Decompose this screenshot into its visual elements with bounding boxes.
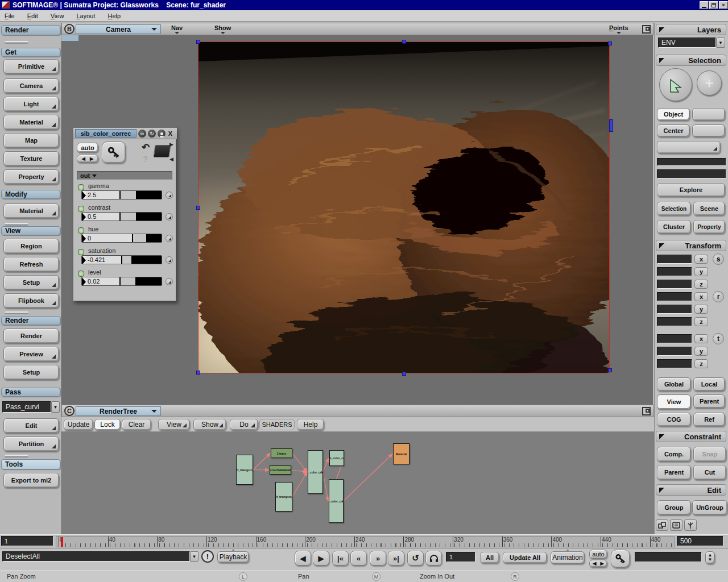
parent-mode-button[interactable]: Parent <box>693 394 725 408</box>
next-key-icon[interactable]: ▶ <box>601 561 604 566</box>
local-button[interactable]: Local <box>693 377 725 391</box>
layer-dropdown-icon[interactable]: ▼ <box>716 38 725 48</box>
key-button[interactable] <box>102 142 126 163</box>
get-material-button[interactable]: Material <box>3 115 59 130</box>
rt-show-menu[interactable]: Show <box>193 419 226 430</box>
spinner-buttons[interactable]: ▲▼ <box>705 551 715 564</box>
go-to-start-button[interactable]: |« <box>332 551 349 566</box>
slider-options-button[interactable] <box>166 235 173 242</box>
view-setup-button[interactable]: Setup <box>3 275 59 290</box>
render-render-button[interactable]: Render <box>3 329 59 343</box>
panel-header-layers[interactable]: Layers <box>656 24 726 35</box>
select-center-button[interactable]: Center <box>657 124 690 137</box>
menu-layout[interactable]: Layout <box>76 13 95 19</box>
close-button[interactable]: × <box>719 1 728 9</box>
slider-track[interactable]: -0.421 <box>81 255 162 264</box>
get-map-button[interactable]: Map <box>3 133 59 148</box>
section-header-get[interactable]: Get <box>1 48 60 57</box>
property-button[interactable]: Property <box>693 220 725 234</box>
key-prev-next-buttons[interactable]: ◀▶ <box>589 560 607 567</box>
get-camera-button[interactable]: Camera <box>3 78 59 93</box>
shader-node-2-trans[interactable]: 2 trans <box>271 448 292 458</box>
folder-icon[interactable] <box>153 145 171 157</box>
shader-node-a2t-triangsrcpl[interactable]: a2t_triangsrcpl <box>236 455 253 485</box>
prev-icon[interactable]: ◀ <box>82 156 85 161</box>
dialog-close-icon[interactable]: X <box>167 130 174 138</box>
explore-scene-button[interactable]: Scene <box>693 202 725 215</box>
get-texture-button[interactable]: Texture <box>3 151 59 166</box>
shader-node-fb-color-co[interactable]: fb_color_co <box>329 450 344 466</box>
slider-value[interactable]: 0.5 <box>86 213 119 221</box>
scale-z-button[interactable]: z <box>694 280 708 289</box>
constraint-snap-button[interactable]: Snap <box>693 447 726 462</box>
explore-selection-button[interactable]: Selection <box>657 202 691 215</box>
audio-button[interactable] <box>425 551 442 566</box>
maximize-button[interactable] <box>709 1 718 9</box>
timeline-end-field[interactable]: 500 <box>677 536 723 546</box>
section-header-modify[interactable]: Modify <box>1 190 60 199</box>
playback-menu-button[interactable]: Playback <box>217 551 249 563</box>
get-light-button[interactable]: Light <box>3 97 59 111</box>
translate-x-button[interactable]: x <box>694 334 708 343</box>
rotate-z-field[interactable] <box>657 317 692 326</box>
shader-node-fb-color-crk-2[interactable]: fb_color_crk.2 <box>308 450 323 494</box>
selection-handle[interactable] <box>196 206 200 210</box>
selection-filter-field[interactable] <box>657 141 721 153</box>
group-button[interactable]: Group <box>657 500 691 515</box>
pass-select-dropdown-icon[interactable]: ▼ <box>51 401 60 413</box>
step-forward-button[interactable]: ▶ <box>313 551 329 566</box>
menu-view[interactable]: View <box>51 13 64 19</box>
command-field[interactable]: DeselectAll <box>2 551 190 562</box>
color-correct-dialog[interactable]: sib_color_correc ∞ ↻ X auto ◀▶ ↶ ? ▶ ◀ o… <box>73 127 176 301</box>
render-setup-button[interactable]: Setup <box>3 365 59 380</box>
global-button[interactable]: Global <box>657 377 691 391</box>
render-preview-button[interactable]: Preview <box>3 347 59 361</box>
translate-x-field[interactable] <box>657 334 692 343</box>
slider-value[interactable]: 2.5 <box>86 191 119 199</box>
get-property-button[interactable]: Property <box>3 169 59 184</box>
prev-key-icon[interactable]: ◀ <box>593 561 596 566</box>
undo-icon[interactable]: ↶ <box>142 142 150 153</box>
shader-node-crotchhairlamb[interactable]: crotchHairlamb <box>270 465 291 475</box>
viewport-resize-icon[interactable] <box>642 25 651 34</box>
selection-text-field[interactable] <box>657 158 726 166</box>
current-frame-field[interactable]: 1 <box>446 552 475 562</box>
schematic-icon[interactable] <box>656 519 668 531</box>
play-forward-button[interactable]: » <box>370 551 386 566</box>
scale-mode-button[interactable]: s <box>713 253 724 265</box>
selection-handle[interactable] <box>196 371 200 375</box>
slider-options-button[interactable] <box>166 213 173 221</box>
playhead[interactable] <box>61 537 63 547</box>
slider-track[interactable]: 0.02 <box>81 277 162 286</box>
add-selection-button[interactable]: + <box>697 70 722 95</box>
save-arrow-icon[interactable]: ◀ <box>169 156 173 162</box>
ungroup-button[interactable]: UnGroup <box>692 500 727 515</box>
view-region-button[interactable]: Region <box>3 239 59 253</box>
selection-handle[interactable] <box>196 40 200 44</box>
animatable-led[interactable] <box>78 206 84 212</box>
next-icon[interactable]: ▶ <box>90 156 93 161</box>
rt-clear-button[interactable]: Clear <box>122 419 151 430</box>
rendertree-view-select[interactable]: RenderTree <box>76 406 161 416</box>
animatable-led[interactable] <box>78 271 84 277</box>
constraint-comp-button[interactable]: Comp. <box>657 447 691 462</box>
panel-header-selection[interactable]: Selection <box>656 55 726 66</box>
select-tool-button[interactable] <box>659 68 692 101</box>
prev-next-buttons[interactable]: ◀▶ <box>77 155 98 163</box>
panel-header-transform[interactable]: Transform <box>656 240 726 251</box>
modify-material-button[interactable]: Material <box>3 203 59 218</box>
slider-value[interactable]: 0.02 <box>86 277 119 285</box>
view-mode-button[interactable]: View <box>657 394 691 409</box>
cluster-button[interactable]: Cluster <box>657 220 691 234</box>
rendertree-resize-icon[interactable] <box>642 407 651 415</box>
animatable-led[interactable] <box>78 249 84 255</box>
selection-handle[interactable] <box>402 40 406 44</box>
viewport-points-menu[interactable]: Points <box>609 25 628 34</box>
animatable-led[interactable] <box>78 184 84 190</box>
selection-handle[interactable] <box>402 372 406 376</box>
rt-update-button[interactable]: Update <box>64 419 93 430</box>
selection-text-field[interactable] <box>657 169 726 178</box>
scale-z-field[interactable] <box>657 280 692 289</box>
animation-menu-button[interactable]: Animation <box>551 551 585 564</box>
viewport-nav-menu[interactable]: Nav <box>171 25 183 34</box>
